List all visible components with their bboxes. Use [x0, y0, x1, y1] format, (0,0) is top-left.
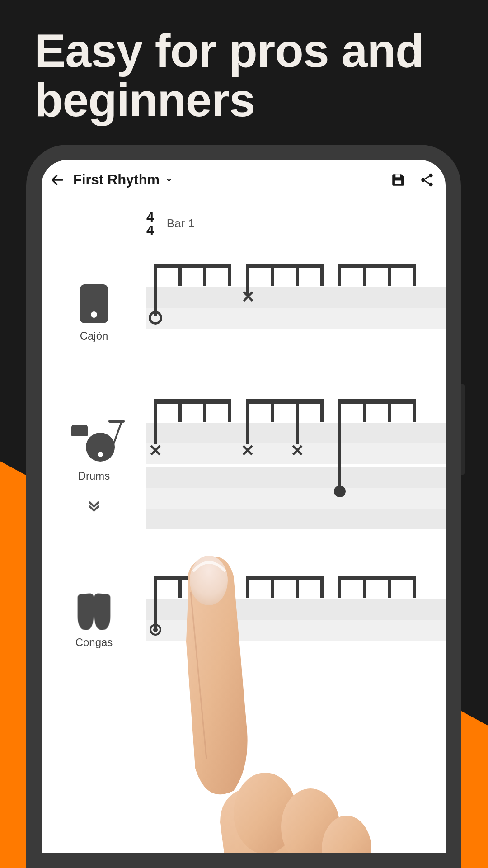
marketing-headline: Easy for pros and beginners: [34, 26, 465, 125]
timesig-top: 4: [146, 211, 154, 224]
instrument-label: Congas: [75, 636, 113, 649]
notation-drums[interactable]: ✕ ✕ ✕: [146, 399, 446, 521]
svg-point-8: [234, 773, 297, 853]
note-cross[interactable]: ✕: [241, 288, 255, 307]
instrument-label: Drums: [78, 470, 110, 482]
expand-down-icon[interactable]: [86, 498, 102, 514]
instrument-drums[interactable]: Drums: [42, 399, 146, 521]
chevron-down-icon: [165, 176, 173, 184]
save-icon[interactable]: [390, 172, 406, 188]
note-dot[interactable]: [334, 486, 346, 497]
svg-point-3: [429, 174, 433, 178]
bar-meta: 4 4 Bar 1: [146, 211, 446, 236]
phone-frame: First Rhythm 4 4 Bar 1: [26, 145, 461, 868]
svg-point-5: [429, 183, 433, 187]
instrument-label: Cajón: [80, 330, 108, 342]
track-cajon: Cajón: [42, 264, 446, 345]
back-icon[interactable]: [50, 172, 65, 188]
project-title: First Rhythm: [73, 172, 160, 188]
phone-side-button: [461, 384, 465, 475]
timesig-bottom: 4: [146, 224, 154, 237]
svg-point-9: [281, 788, 340, 853]
time-signature[interactable]: 4 4: [146, 211, 154, 236]
note-cross[interactable]: ✕: [241, 441, 254, 460]
app-screen: First Rhythm 4 4 Bar 1: [42, 160, 446, 853]
instrument-congas[interactable]: Congas: [42, 576, 146, 649]
appbar: First Rhythm: [42, 164, 446, 196]
instrument-cajon[interactable]: Cajón: [42, 264, 146, 345]
drums-icon: [71, 425, 117, 463]
notation-congas[interactable]: [146, 576, 446, 639]
title-dropdown[interactable]: First Rhythm: [73, 172, 382, 188]
notation-cajon[interactable]: ✕: [146, 264, 446, 345]
note-cross[interactable]: ✕: [291, 441, 304, 460]
note-open[interactable]: [149, 311, 162, 325]
svg-line-7: [425, 181, 429, 184]
svg-line-6: [425, 176, 429, 179]
svg-rect-1: [395, 180, 401, 184]
cajon-icon: [80, 284, 108, 323]
svg-rect-2: [395, 174, 400, 177]
track-congas: Congas: [42, 576, 446, 649]
note-target[interactable]: [150, 624, 161, 636]
svg-point-10: [322, 816, 371, 853]
bar-label: Bar 1: [167, 217, 195, 231]
track-drums: Drums: [42, 399, 446, 521]
share-icon[interactable]: [419, 172, 435, 188]
congas-icon: [77, 594, 111, 630]
svg-point-4: [421, 178, 425, 182]
note-cross[interactable]: ✕: [149, 441, 162, 460]
